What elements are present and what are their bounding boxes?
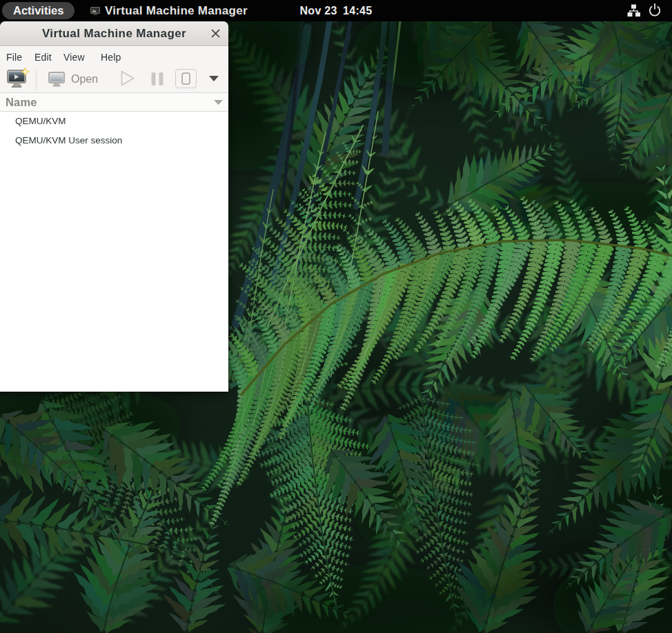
svg-text:Open: Open xyxy=(71,73,98,85)
